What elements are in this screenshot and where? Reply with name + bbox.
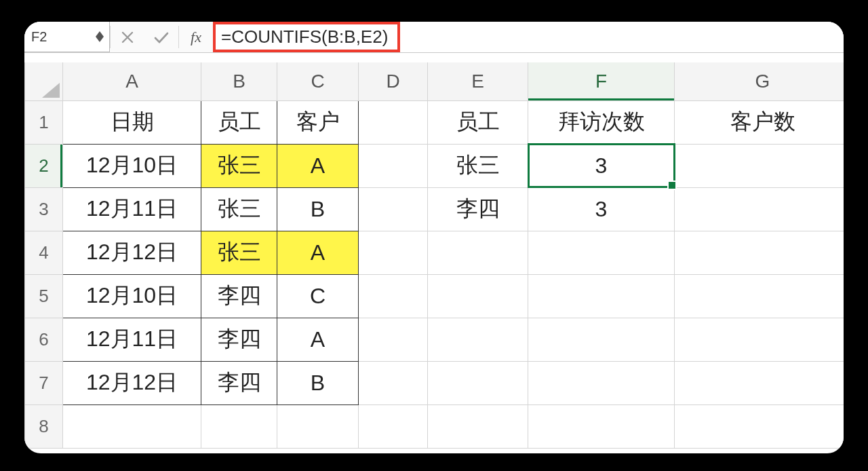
cell[interactable]: 12月10日: [63, 274, 201, 318]
cell[interactable]: [675, 318, 844, 361]
col-header-G[interactable]: G: [675, 62, 844, 100]
cell[interactable]: [428, 404, 528, 448]
cell[interactable]: B: [277, 187, 359, 231]
col-header-E[interactable]: E: [428, 62, 528, 100]
cell[interactable]: [359, 231, 428, 274]
formula-text: =COUNTIFS(B:B,E2): [221, 26, 388, 48]
cell[interactable]: [528, 274, 675, 318]
cell[interactable]: [675, 231, 844, 274]
row-header-6[interactable]: 6: [25, 318, 63, 361]
table-row: 7 12月12日 李四 B: [25, 361, 844, 404]
cell[interactable]: 12月11日: [63, 318, 201, 361]
cell[interactable]: [359, 144, 428, 187]
table-row: 2 12月10日 张三 A 张三 3: [25, 144, 844, 187]
cell[interactable]: [675, 187, 844, 231]
chevron-down-icon: [96, 37, 104, 42]
cell[interactable]: 张三: [201, 144, 277, 187]
cell[interactable]: [359, 187, 428, 231]
cell[interactable]: [528, 318, 675, 361]
cell[interactable]: 3: [528, 187, 675, 231]
cell[interactable]: A: [277, 144, 359, 187]
name-box[interactable]: F2: [24, 22, 110, 52]
cell[interactable]: 张三: [201, 187, 277, 231]
cell[interactable]: 12月10日: [63, 144, 201, 187]
fx-label: fx: [191, 29, 201, 46]
cell[interactable]: [359, 274, 428, 318]
row-header-5[interactable]: 5: [25, 274, 63, 318]
cell[interactable]: [359, 361, 428, 404]
cell[interactable]: 拜访次数: [528, 100, 675, 144]
formula-input[interactable]: =COUNTIFS(B:B,E2): [213, 22, 844, 52]
cell[interactable]: 张三: [201, 231, 277, 274]
col-header-D[interactable]: D: [359, 62, 428, 100]
col-header-B[interactable]: B: [201, 62, 277, 100]
formula-cancel-button[interactable]: [111, 22, 144, 52]
cell[interactable]: [428, 274, 528, 318]
cell[interactable]: 李四: [201, 361, 277, 404]
cell[interactable]: B: [277, 361, 359, 404]
cell[interactable]: [675, 404, 844, 448]
col-header-A[interactable]: A: [63, 62, 201, 100]
cell[interactable]: 李四: [201, 274, 277, 318]
table-row: 5 12月10日 李四 C: [25, 274, 844, 318]
svg-marker-1: [96, 37, 104, 42]
formula-confirm-button[interactable]: [144, 22, 178, 52]
table-row: 6 12月11日 李四 A: [25, 318, 844, 361]
cell[interactable]: 12月12日: [63, 361, 201, 404]
cell[interactable]: A: [277, 231, 359, 274]
cell[interactable]: 李四: [428, 187, 528, 231]
worksheet[interactable]: A B C D E F G 1 日期 员工 客户 员工: [24, 62, 844, 453]
cell[interactable]: [359, 318, 428, 361]
cell[interactable]: 张三: [428, 144, 528, 187]
grid-table: A B C D E F G 1 日期 员工 客户 员工: [24, 62, 844, 449]
table-row: 8: [25, 404, 844, 448]
cell[interactable]: [675, 361, 844, 404]
cell[interactable]: 客户数: [675, 100, 844, 144]
cell[interactable]: 客户: [277, 100, 359, 144]
svg-marker-0: [96, 31, 104, 37]
table-row: 4 12月12日 张三 A: [25, 231, 844, 274]
col-header-F[interactable]: F: [528, 62, 675, 100]
cell[interactable]: [528, 404, 675, 448]
cell[interactable]: [675, 144, 844, 187]
cell[interactable]: 12月11日: [63, 187, 201, 231]
check-icon: [153, 31, 170, 44]
cell[interactable]: [359, 404, 428, 448]
row-header-8[interactable]: 8: [25, 404, 63, 448]
col-header-C[interactable]: C: [277, 62, 359, 100]
cell[interactable]: [528, 361, 675, 404]
cell[interactable]: [428, 361, 528, 404]
selected-cell-F2[interactable]: 3: [528, 144, 675, 187]
select-all-corner[interactable]: [25, 62, 63, 100]
cell[interactable]: [63, 404, 201, 448]
row-header-3[interactable]: 3: [25, 187, 63, 231]
row-header-1[interactable]: 1: [25, 100, 63, 144]
table-row: 3 12月11日 张三 B 李四 3: [25, 187, 844, 231]
table-row: 1 日期 员工 客户 员工 拜访次数 客户数: [25, 100, 844, 144]
cell[interactable]: A: [277, 318, 359, 361]
spreadsheet-window: F2 fx =COUNTIFS(B:B,E2): [24, 22, 844, 453]
row-header-7[interactable]: 7: [25, 361, 63, 404]
name-box-stepper[interactable]: [96, 31, 104, 42]
cell[interactable]: 日期: [63, 100, 201, 144]
row-header-4[interactable]: 4: [25, 231, 63, 274]
name-box-value: F2: [31, 29, 47, 45]
cell[interactable]: [428, 231, 528, 274]
cell[interactable]: 12月12日: [63, 231, 201, 274]
cell[interactable]: 员工: [201, 100, 277, 144]
cell[interactable]: [359, 100, 428, 144]
cell[interactable]: [528, 231, 675, 274]
row-header-2[interactable]: 2: [25, 144, 63, 187]
cell[interactable]: [201, 404, 277, 448]
formula-bar: F2 fx =COUNTIFS(B:B,E2): [24, 22, 844, 53]
cell[interactable]: [428, 318, 528, 361]
chevron-up-icon: [96, 31, 104, 37]
insert-function-button[interactable]: fx: [179, 22, 213, 52]
cell[interactable]: [675, 274, 844, 318]
cell[interactable]: C: [277, 274, 359, 318]
cell[interactable]: [277, 404, 359, 448]
cell[interactable]: 李四: [201, 318, 277, 361]
cell[interactable]: 员工: [428, 100, 528, 144]
formula-highlight-box: =COUNTIFS(B:B,E2): [213, 22, 400, 52]
close-icon: [121, 31, 134, 44]
